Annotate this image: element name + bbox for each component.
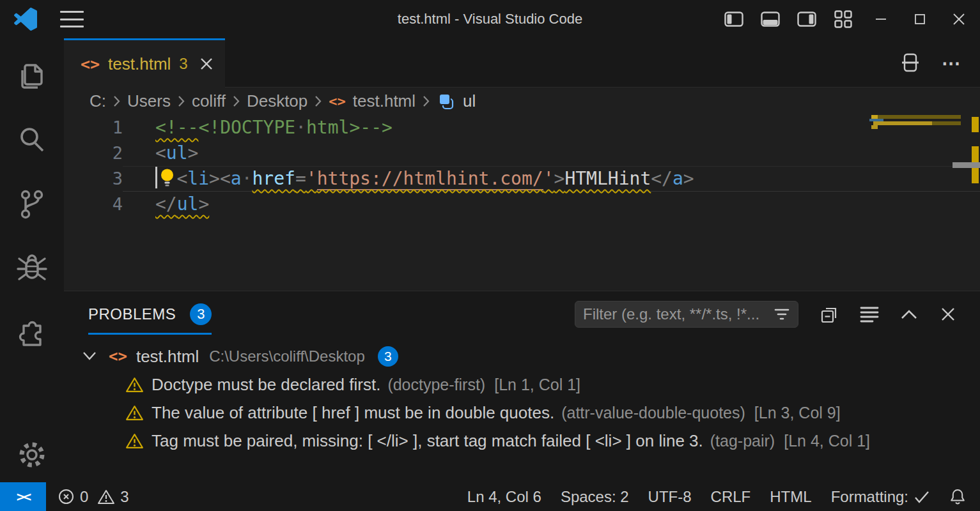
code-token: < bbox=[155, 142, 166, 164]
window-title: test.html - Visual Studio Code bbox=[398, 0, 582, 38]
breadcrumb-item-file[interactable]: test.html bbox=[353, 91, 416, 111]
warning-count: 3 bbox=[120, 488, 128, 506]
breadcrumb-item-users[interactable]: Users bbox=[127, 91, 171, 111]
line-content: <ul> bbox=[123, 141, 980, 166]
customize-layout-button[interactable] bbox=[834, 10, 853, 29]
problem-row[interactable]: Tag must be paired, missing: [ </li> ], … bbox=[64, 427, 980, 455]
line-number: 2 bbox=[64, 141, 123, 166]
tab-close-icon[interactable] bbox=[199, 56, 214, 72]
line-number: 1 bbox=[64, 115, 123, 141]
maximize-panel-icon[interactable] bbox=[900, 309, 918, 320]
code-token: HTMLHint bbox=[564, 168, 651, 189]
warning-icon bbox=[125, 376, 144, 393]
problems-file-badge: 3 bbox=[378, 346, 398, 367]
language-mode-status[interactable]: HTML bbox=[770, 488, 811, 506]
breadcrumb-item-desktop[interactable]: Desktop bbox=[247, 91, 307, 111]
code-token: > bbox=[198, 194, 209, 215]
problem-row[interactable]: Doctype must be declared first.(doctype-… bbox=[64, 370, 980, 399]
settings-gear-icon[interactable] bbox=[0, 432, 64, 478]
collapse-all-icon[interactable] bbox=[820, 305, 839, 324]
chevron-right-icon bbox=[178, 95, 185, 107]
code-token: ' bbox=[306, 168, 317, 189]
code-token: https://htmlhint.com/ bbox=[317, 168, 543, 190]
problem-location: [Ln 3, Col 9] bbox=[754, 404, 841, 422]
code-editor[interactable]: 1<!--<!DOCTYPE·html>-->2<ul>3<li><a·href… bbox=[64, 115, 980, 291]
notifications-bell-icon[interactable] bbox=[949, 488, 966, 506]
remote-indicator[interactable]: >< bbox=[0, 482, 46, 511]
code-token: < bbox=[177, 168, 188, 189]
tab-problems[interactable]: PROBLEMS 3 bbox=[88, 291, 212, 337]
split-editor-icon[interactable] bbox=[901, 52, 920, 73]
toggle-secondary-sidebar-button[interactable] bbox=[797, 10, 816, 29]
code-token: · bbox=[295, 117, 306, 138]
code-lines: 1<!--<!DOCTYPE·html>-->2<ul>3<li><a·href… bbox=[64, 115, 980, 217]
chevron-right-icon bbox=[315, 95, 322, 107]
eol-status[interactable]: CRLF bbox=[711, 488, 751, 506]
breadcrumb-item-drive[interactable]: C: bbox=[89, 91, 106, 111]
problems-filter-input[interactable] bbox=[583, 305, 774, 323]
warning-icon bbox=[97, 489, 115, 505]
line-number: 4 bbox=[64, 192, 123, 217]
overview-ruler[interactable] bbox=[961, 115, 980, 291]
maximize-button[interactable] bbox=[909, 8, 931, 30]
run-and-debug-icon[interactable] bbox=[0, 245, 64, 291]
breadcrumb-item-coliff[interactable]: coliff bbox=[192, 91, 226, 111]
lightbulb-icon[interactable] bbox=[159, 167, 176, 188]
view-as-table-icon[interactable] bbox=[860, 306, 879, 323]
search-icon[interactable] bbox=[0, 118, 64, 164]
code-token: > bbox=[683, 168, 694, 189]
problem-rule-code: (tag-pair) bbox=[710, 432, 775, 450]
html-file-icon: <> bbox=[109, 347, 127, 365]
status-bar: >< 0 3 Ln 4, Col 6 Spaces: 2 UTF-8 CRLF … bbox=[0, 482, 980, 511]
code-line[interactable]: 4</ul> bbox=[64, 192, 980, 217]
html-file-icon: <> bbox=[81, 55, 100, 73]
cursor-position-status[interactable]: Ln 4, Col 6 bbox=[467, 488, 541, 506]
toggle-panel-button[interactable] bbox=[761, 10, 780, 29]
problem-message: Tag must be paired, missing: [ </li> ], … bbox=[152, 431, 703, 451]
formatting-status[interactable]: Formatting: bbox=[831, 488, 930, 506]
minimize-button[interactable] bbox=[870, 8, 892, 30]
code-line[interactable]: 1<!--<!DOCTYPE·html>--> bbox=[64, 115, 980, 141]
code-token: ul bbox=[177, 194, 199, 215]
code-line[interactable]: 3<li><a·href='https://htmlhint.com/'>HTM… bbox=[64, 166, 980, 192]
problems-file-name: test.html bbox=[136, 347, 199, 367]
code-token: = bbox=[295, 168, 306, 189]
toggle-primary-sidebar-button[interactable] bbox=[724, 10, 743, 29]
encoding-status[interactable]: UTF-8 bbox=[648, 488, 692, 506]
code-token: <!-- bbox=[155, 117, 198, 138]
tab-label: test.html bbox=[108, 54, 171, 74]
code-token: > bbox=[188, 142, 199, 164]
title-bar: test.html - Visual Studio Code bbox=[0, 0, 980, 38]
problems-filter-box[interactable] bbox=[575, 301, 798, 328]
close-panel-icon[interactable] bbox=[939, 305, 957, 323]
more-actions-icon[interactable]: ⋯ bbox=[942, 52, 961, 74]
indentation-status[interactable]: Spaces: 2 bbox=[561, 488, 629, 506]
code-token: > bbox=[209, 168, 220, 189]
editor-actions: ⋯ bbox=[225, 38, 980, 88]
problem-rule-code: (doctype-first) bbox=[387, 376, 485, 394]
tab-test-html[interactable]: <> test.html 3 bbox=[64, 38, 225, 88]
explorer-icon[interactable] bbox=[0, 55, 64, 101]
errors-warnings-status[interactable]: 0 3 bbox=[58, 488, 129, 506]
activity-bar bbox=[0, 38, 64, 482]
error-icon bbox=[58, 488, 75, 505]
breadcrumb: C: Users coliff Desktop <> test.html ul bbox=[64, 88, 980, 115]
line-content: </ul> bbox=[123, 192, 980, 217]
minimap[interactable] bbox=[869, 115, 961, 291]
line-content: <li><a·href='https://htmlhint.com/'>HTML… bbox=[123, 166, 980, 192]
close-window-button[interactable] bbox=[948, 8, 970, 30]
problem-rule-code: (attr-value-double-quotes) bbox=[561, 404, 745, 422]
code-token: href bbox=[253, 168, 295, 189]
problems-file-path: C:\Users\coliff\Desktop bbox=[209, 347, 365, 365]
menu-hamburger-button[interactable] bbox=[60, 11, 84, 27]
warning-icon bbox=[125, 432, 144, 450]
problem-row[interactable]: The value of attribute [ href ] must be … bbox=[64, 399, 980, 427]
problem-location: [Ln 1, Col 1] bbox=[494, 376, 580, 394]
problems-file-group[interactable]: <> test.html C:\Users\coliff\Desktop 3 bbox=[64, 342, 980, 370]
error-count: 0 bbox=[80, 488, 88, 506]
breadcrumb-item-symbol[interactable]: ul bbox=[463, 91, 476, 111]
code-line[interactable]: 2<ul> bbox=[64, 141, 980, 166]
problems-count-badge: 3 bbox=[190, 303, 212, 325]
source-control-icon[interactable] bbox=[0, 181, 64, 227]
extensions-icon[interactable] bbox=[0, 309, 64, 355]
